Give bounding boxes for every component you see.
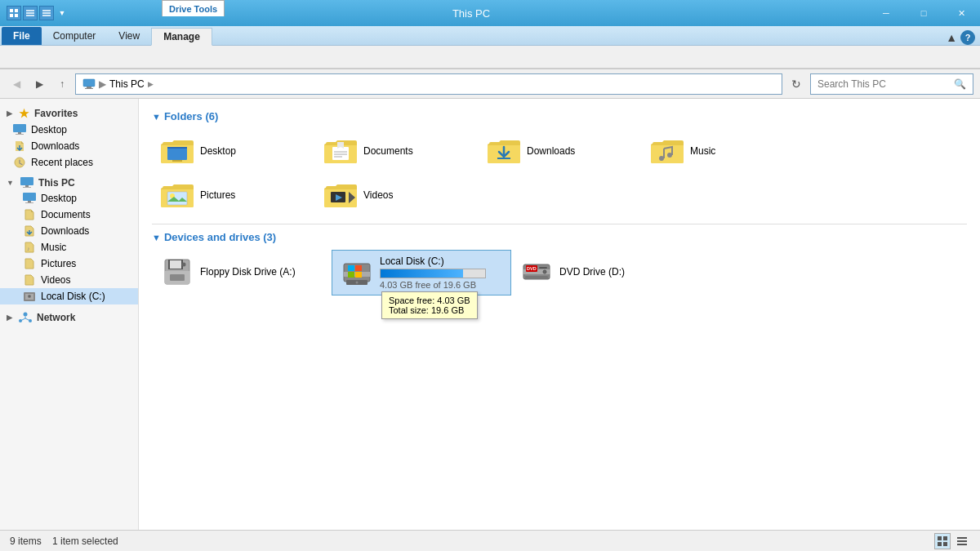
favorites-star-icon: ★ — [19, 107, 29, 120]
svg-point-53 — [356, 282, 359, 284]
address-bar: ◀ ▶ ↑ ▶ This PC ▶ ↻ 🔍 — [0, 69, 980, 99]
dvd-drive-name: DVD Drive (D:) — [559, 266, 682, 278]
computer-icon — [82, 78, 96, 91]
localdisk-tooltip: Space free: 4.03 GB Total size: 19.6 GB — [381, 291, 478, 319]
sidebar-item-music[interactable]: ♪ Music — [0, 239, 138, 256]
sidebar-network-label: Network — [37, 312, 75, 323]
up-button[interactable]: ↑ — [52, 74, 72, 94]
sidebar-network-header[interactable]: ▶ Network — [0, 309, 138, 326]
sidebar-localdisk-label: Local Disk (C:) — [41, 291, 105, 302]
content-area: ▼ Folders (6) Desktop — [139, 99, 980, 530]
search-box[interactable]: 🔍 — [810, 73, 973, 95]
qa-icon-1[interactable] — [7, 6, 21, 20]
dvd-drive-icon: DVD — [520, 256, 553, 288]
search-icon[interactable]: 🔍 — [954, 78, 966, 90]
network-arrow-icon: ▶ — [7, 313, 12, 322]
title-bar: ▼ Drive Tools This PC ─ □ ✕ — [0, 0, 980, 26]
svg-rect-49 — [355, 265, 362, 271]
svg-rect-13 — [23, 187, 31, 188]
svg-rect-42 — [170, 260, 181, 269]
svg-rect-1 — [15, 9, 18, 12]
qa-icon-2[interactable] — [23, 6, 38, 20]
music-icon: ♪ — [23, 241, 36, 254]
localdisk-size-label: 4.03 GB free of 19.6 GB — [380, 280, 502, 290]
address-arrow: ▶ — [148, 80, 154, 88]
folders-section-header: ▼ Folders (6) — [152, 110, 967, 122]
svg-rect-48 — [348, 265, 354, 271]
qa-icon-3[interactable] — [39, 6, 54, 20]
selected-count: 1 item selected — [52, 535, 118, 547]
maximize-button[interactable]: □ — [905, 0, 942, 26]
desktop2-icon — [23, 192, 36, 205]
refresh-button[interactable]: ↻ — [786, 73, 807, 95]
svg-rect-14 — [23, 193, 36, 201]
drive-item-dvd[interactable]: DVD DVD Drive (D:) — [511, 250, 691, 294]
folder-pictures-icon — [161, 179, 194, 211]
sidebar-item-desktop2[interactable]: Desktop — [0, 190, 138, 207]
folder-downloads-label: Downloads — [527, 145, 575, 157]
status-info: 9 items 1 item selected — [10, 535, 118, 547]
folders-title: Folders (6) — [164, 110, 218, 122]
view-large-icon[interactable] — [934, 533, 951, 549]
search-input[interactable] — [817, 78, 954, 90]
tab-manage[interactable]: Manage — [151, 28, 212, 46]
drives-section-header: ▼ Devices and drives (3) — [152, 231, 967, 243]
sidebar-item-videos[interactable]: Videos — [0, 272, 138, 288]
ribbon-chevron-icon[interactable]: ▲ — [946, 31, 957, 44]
svg-rect-59 — [539, 267, 547, 269]
sidebar-item-pictures[interactable]: Pictures — [0, 256, 138, 272]
folder-item-downloads[interactable]: Downloads — [479, 129, 642, 173]
svg-point-21 — [29, 295, 30, 297]
svg-rect-61 — [938, 536, 942, 540]
tab-file[interactable]: File — [2, 27, 42, 45]
svg-rect-62 — [943, 536, 947, 540]
thispc-arrow-icon: ▼ — [7, 179, 14, 187]
svg-rect-12 — [25, 185, 29, 187]
svg-rect-5 — [87, 87, 91, 88]
pictures-icon — [23, 257, 36, 270]
tab-view[interactable]: View — [107, 27, 151, 45]
folder-item-music[interactable]: Music — [642, 129, 805, 173]
folder-item-videos[interactable]: Videos — [315, 173, 479, 217]
sidebar-item-downloads-fav[interactable]: Downloads — [0, 138, 138, 154]
svg-point-34 — [667, 153, 672, 158]
sidebar-favorites-header[interactable]: ▶ ★ Favorites — [0, 105, 138, 122]
folder-desktop-icon — [161, 135, 194, 167]
back-button[interactable]: ◀ — [7, 74, 26, 94]
folder-item-pictures[interactable]: Pictures — [152, 173, 315, 217]
drive-item-floppy[interactable]: Floppy Disk Drive (A:) — [152, 250, 332, 294]
drive-item-localdisk[interactable]: Local Disk (C:) 4.03 GB free of 19.6 GB … — [332, 250, 511, 295]
sidebar-item-recent[interactable]: Recent places — [0, 154, 138, 171]
svg-rect-9 — [16, 134, 24, 135]
sidebar-thispc-label: This PC — [38, 177, 75, 189]
localdisk-drive-info: Local Disk (C:) 4.03 GB free of 19.6 GB — [380, 256, 502, 290]
folder-item-desktop[interactable]: Desktop — [152, 129, 315, 173]
address-separator: ▶ — [99, 78, 106, 90]
localdisk-drive-icon — [341, 256, 373, 289]
address-box[interactable]: ▶ This PC ▶ — [75, 73, 782, 95]
svg-rect-28 — [332, 147, 349, 160]
svg-rect-51 — [355, 272, 362, 278]
folder-desktop-label: Desktop — [200, 145, 236, 157]
minimize-button[interactable]: ─ — [867, 0, 905, 26]
qa-dropdown-icon[interactable]: ▼ — [56, 7, 69, 20]
sidebar-videos-label: Videos — [41, 274, 70, 286]
svg-rect-67 — [957, 544, 967, 545]
tooltip-total: Total size: 19.6 GB — [389, 305, 470, 315]
sidebar-thispc-header[interactable]: ▼ This PC — [0, 176, 138, 190]
window-controls: ─ □ ✕ — [867, 0, 980, 26]
sidebar-item-downloads[interactable]: Downloads — [0, 223, 138, 239]
sidebar-desktop-label: Desktop — [31, 124, 67, 136]
folder-item-documents[interactable]: Documents — [315, 129, 479, 173]
forward-button[interactable]: ▶ — [29, 74, 49, 94]
close-button[interactable]: ✕ — [942, 0, 980, 26]
sidebar-item-desktop[interactable]: Desktop — [0, 122, 138, 138]
sidebar-item-localdisk[interactable]: Local Disk (C:) — [0, 288, 138, 304]
status-bar: 9 items 1 item selected — [0, 530, 980, 551]
sidebar-item-documents[interactable]: Documents — [0, 207, 138, 223]
ribbon-help-icon[interactable]: ? — [960, 30, 975, 45]
address-path: This PC — [109, 78, 145, 90]
folders-grid: Desktop Documents — [152, 129, 967, 217]
view-details-icon[interactable] — [954, 533, 970, 549]
tab-computer[interactable]: Computer — [42, 27, 108, 45]
